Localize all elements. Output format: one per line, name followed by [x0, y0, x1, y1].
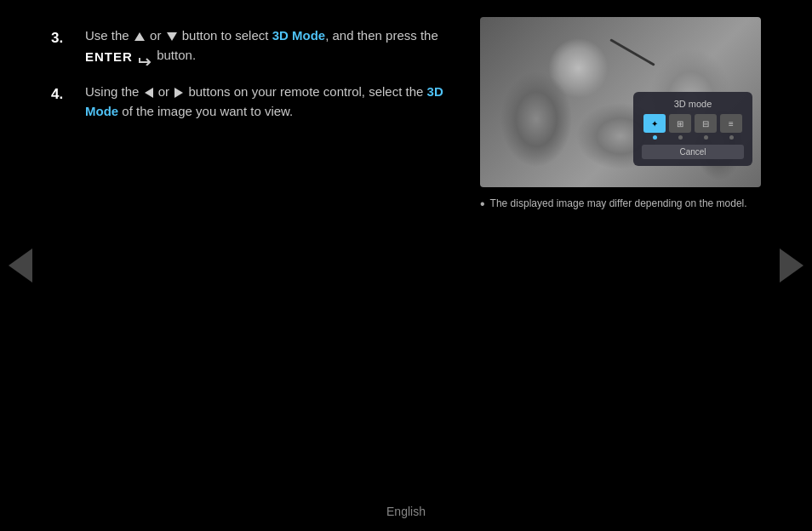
step-3-number: 3. — [51, 26, 85, 66]
step-3-body: Use the or button to select 3D Mode, and… — [85, 26, 455, 66]
3d-mode-highlight-1: 3D Mode — [272, 28, 326, 43]
arrow-up-icon — [134, 32, 145, 41]
dialog-title: 3D mode — [642, 99, 744, 109]
enter-icon — [138, 51, 153, 62]
screenshot: 3D mode ✦ ⊞ ⊟ — [480, 17, 761, 187]
mode-icon-box-auto: ✦ — [643, 114, 666, 133]
main-content: 3. Use the or button to select 3D Mode, … — [0, 0, 812, 214]
mode-dot-auto — [653, 135, 657, 140]
3d-mode-highlight-2: 3D Mode — [85, 84, 443, 118]
note-text: The displayed image may differ depending… — [490, 196, 747, 211]
note-bullet: • — [480, 196, 485, 214]
language-label: English — [386, 505, 426, 518]
arrow-down-icon — [167, 32, 177, 41]
mode-icon-sbs: ⊞ — [669, 114, 691, 140]
mode-icon-line: ≡ — [720, 114, 742, 140]
mode-dot-sbs — [678, 135, 683, 140]
arrow-left-icon — [145, 88, 153, 98]
cancel-button[interactable]: Cancel — [642, 145, 744, 159]
mode-icon-tb: ⊟ — [695, 114, 717, 140]
mode-dot-line — [729, 135, 734, 140]
mode-icons-row: ✦ ⊞ ⊟ ≡ — [642, 114, 744, 140]
step-4-number: 4. — [51, 82, 85, 122]
nav-left-button[interactable] — [9, 248, 32, 283]
step-4: 4. Using the or buttons on your remote c… — [51, 82, 455, 122]
mode-dialog: 3D mode ✦ ⊞ ⊟ — [633, 92, 752, 166]
mode-dot-tb — [704, 135, 708, 140]
enter-label: ENTER — [85, 47, 133, 66]
text-section: 3. Use the or button to select 3D Mode, … — [51, 17, 455, 214]
image-section: 3D mode ✦ ⊞ ⊟ — [480, 17, 761, 214]
image-note: • The displayed image may differ dependi… — [480, 196, 761, 214]
mode-icon-box-sbs: ⊞ — [669, 114, 691, 133]
step-4-body: Using the or buttons on your remote cont… — [85, 82, 455, 122]
footer: English — [0, 505, 812, 518]
step-3: 3. Use the or button to select 3D Mode, … — [51, 26, 455, 66]
arrow-right-icon — [174, 88, 183, 98]
mode-icon-auto: ✦ — [643, 114, 666, 140]
mode-icon-box-tb: ⊟ — [695, 114, 717, 133]
nav-right-button[interactable] — [780, 248, 803, 283]
mode-icon-box-line: ≡ — [720, 114, 742, 133]
